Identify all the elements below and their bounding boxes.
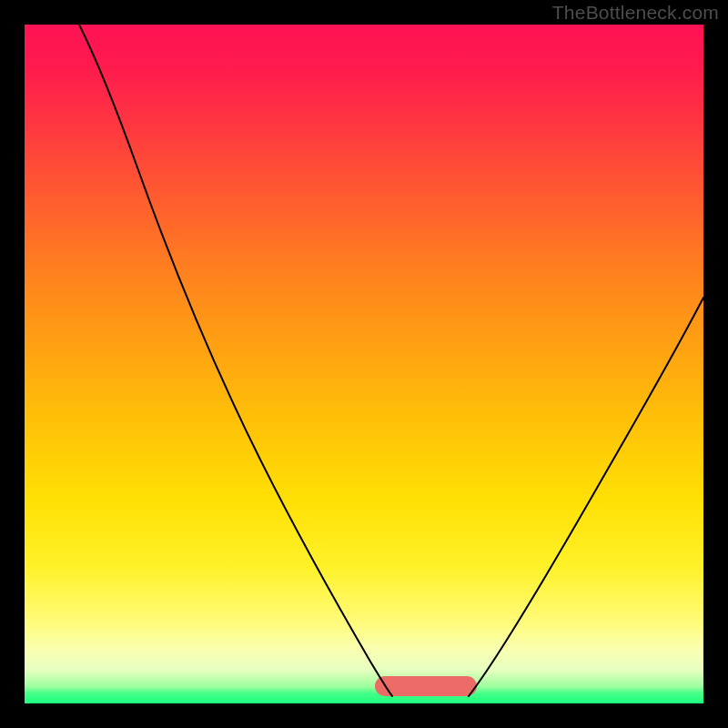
plot-area [25, 25, 703, 703]
left-branch-path [79, 25, 392, 696]
right-branch-path [469, 298, 703, 696]
chart-frame: TheBottleneck.com [0, 0, 728, 728]
curve-layer [25, 25, 703, 703]
watermark-text: TheBottleneck.com [552, 2, 719, 24]
